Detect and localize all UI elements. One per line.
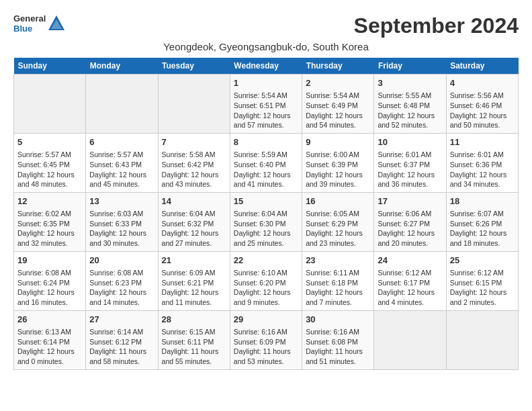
- calendar-row: 19Sunrise: 6:08 AM Sunset: 6:24 PM Dayli…: [14, 251, 519, 310]
- day-info: Sunrise: 6:01 AM Sunset: 6:36 PM Dayligh…: [450, 150, 515, 189]
- day-info: Sunrise: 5:56 AM Sunset: 6:46 PM Dayligh…: [450, 91, 515, 130]
- day-info: Sunrise: 5:57 AM Sunset: 6:43 PM Dayligh…: [89, 150, 154, 189]
- calendar-row: 5Sunrise: 5:57 AM Sunset: 6:45 PM Daylig…: [14, 133, 519, 192]
- logo-general: General: [13, 13, 46, 24]
- calendar-cell: 5Sunrise: 5:57 AM Sunset: 6:45 PM Daylig…: [14, 133, 86, 192]
- day-number: 21: [162, 255, 226, 267]
- day-number: 23: [306, 255, 370, 267]
- day-info: Sunrise: 6:05 AM Sunset: 6:29 PM Dayligh…: [306, 209, 370, 248]
- page-header: General Blue September 2024: [13, 13, 519, 38]
- day-number: 12: [17, 195, 82, 208]
- day-number: 5: [17, 136, 82, 148]
- day-info: Sunrise: 6:04 AM Sunset: 6:32 PM Dayligh…: [162, 209, 226, 248]
- day-number: 8: [234, 136, 298, 148]
- day-number: 6: [89, 136, 154, 148]
- calendar-cell: 16Sunrise: 6:05 AM Sunset: 6:29 PM Dayli…: [302, 192, 374, 251]
- calendar-cell: 20Sunrise: 6:08 AM Sunset: 6:23 PM Dayli…: [86, 251, 158, 310]
- weekday-header-saturday: Saturday: [446, 58, 518, 75]
- calendar-cell: 11Sunrise: 6:01 AM Sunset: 6:36 PM Dayli…: [446, 133, 518, 192]
- month-title: September 2024: [354, 13, 519, 38]
- day-info: Sunrise: 6:03 AM Sunset: 6:33 PM Dayligh…: [89, 209, 154, 248]
- day-info: Sunrise: 6:14 AM Sunset: 6:12 PM Dayligh…: [89, 327, 154, 367]
- weekday-header-friday: Friday: [374, 58, 446, 75]
- day-info: Sunrise: 6:08 AM Sunset: 6:24 PM Dayligh…: [17, 268, 82, 308]
- logo-blue: Blue: [13, 24, 32, 34]
- weekday-header-monday: Monday: [86, 58, 158, 75]
- weekday-header-tuesday: Tuesday: [158, 58, 230, 75]
- day-info: Sunrise: 5:59 AM Sunset: 6:40 PM Dayligh…: [234, 150, 298, 189]
- day-number: 13: [89, 195, 154, 208]
- calendar-cell: 30Sunrise: 6:16 AM Sunset: 6:08 PM Dayli…: [302, 310, 374, 369]
- day-info: Sunrise: 5:54 AM Sunset: 6:49 PM Dayligh…: [306, 91, 370, 130]
- calendar-cell: 12Sunrise: 6:02 AM Sunset: 6:35 PM Dayli…: [14, 192, 86, 251]
- weekday-header-sunday: Sunday: [14, 58, 86, 75]
- day-info: Sunrise: 6:09 AM Sunset: 6:21 PM Dayligh…: [162, 268, 226, 308]
- day-info: Sunrise: 6:11 AM Sunset: 6:18 PM Dayligh…: [306, 268, 370, 308]
- calendar-cell: 28Sunrise: 6:15 AM Sunset: 6:11 PM Dayli…: [158, 310, 230, 369]
- day-info: Sunrise: 6:01 AM Sunset: 6:37 PM Dayligh…: [378, 150, 442, 189]
- calendar-cell: 2Sunrise: 5:54 AM Sunset: 6:49 PM Daylig…: [302, 75, 374, 134]
- calendar-row: 12Sunrise: 6:02 AM Sunset: 6:35 PM Dayli…: [14, 192, 519, 251]
- day-info: Sunrise: 6:10 AM Sunset: 6:20 PM Dayligh…: [234, 268, 298, 308]
- day-number: 16: [306, 195, 370, 208]
- calendar-cell: [14, 75, 86, 134]
- day-info: Sunrise: 5:58 AM Sunset: 6:42 PM Dayligh…: [162, 150, 226, 189]
- day-number: 14: [162, 195, 226, 208]
- day-number: 11: [450, 136, 515, 148]
- calendar-cell: 15Sunrise: 6:04 AM Sunset: 6:30 PM Dayli…: [230, 192, 302, 251]
- calendar-cell: [446, 310, 518, 369]
- day-info: Sunrise: 6:12 AM Sunset: 6:17 PM Dayligh…: [378, 268, 442, 308]
- day-info: Sunrise: 6:16 AM Sunset: 6:09 PM Dayligh…: [234, 327, 298, 367]
- day-number: 24: [378, 255, 442, 267]
- day-info: Sunrise: 6:16 AM Sunset: 6:08 PM Dayligh…: [306, 327, 370, 367]
- calendar-table: SundayMondayTuesdayWednesdayThursdayFrid…: [13, 58, 519, 370]
- day-number: 15: [234, 195, 298, 208]
- calendar-cell: 22Sunrise: 6:10 AM Sunset: 6:20 PM Dayli…: [230, 251, 302, 310]
- day-number: 9: [306, 136, 370, 148]
- calendar-cell: 8Sunrise: 5:59 AM Sunset: 6:40 PM Daylig…: [230, 133, 302, 192]
- weekday-header-row: SundayMondayTuesdayWednesdayThursdayFrid…: [14, 58, 519, 75]
- day-number: 28: [162, 314, 226, 326]
- calendar-row: 26Sunrise: 6:13 AM Sunset: 6:14 PM Dayli…: [14, 310, 519, 369]
- calendar-cell: 21Sunrise: 6:09 AM Sunset: 6:21 PM Dayli…: [158, 251, 230, 310]
- day-number: 29: [234, 314, 298, 326]
- logo-icon: [47, 14, 66, 33]
- calendar-cell: 14Sunrise: 6:04 AM Sunset: 6:32 PM Dayli…: [158, 192, 230, 251]
- logo: General Blue: [13, 13, 66, 34]
- day-number: 30: [306, 314, 370, 326]
- day-info: Sunrise: 5:55 AM Sunset: 6:48 PM Dayligh…: [378, 91, 442, 130]
- calendar-cell: 27Sunrise: 6:14 AM Sunset: 6:12 PM Dayli…: [86, 310, 158, 369]
- location: Yeongdeok, Gyeongsangbuk-do, South Korea: [13, 41, 519, 52]
- calendar-cell: 10Sunrise: 6:01 AM Sunset: 6:37 PM Dayli…: [374, 133, 446, 192]
- weekday-header-thursday: Thursday: [302, 58, 374, 75]
- calendar-cell: 24Sunrise: 6:12 AM Sunset: 6:17 PM Dayli…: [374, 251, 446, 310]
- calendar-cell: 26Sunrise: 6:13 AM Sunset: 6:14 PM Dayli…: [14, 310, 86, 369]
- calendar-cell: 19Sunrise: 6:08 AM Sunset: 6:24 PM Dayli…: [14, 251, 86, 310]
- day-info: Sunrise: 6:00 AM Sunset: 6:39 PM Dayligh…: [306, 150, 370, 189]
- calendar-cell: 6Sunrise: 5:57 AM Sunset: 6:43 PM Daylig…: [86, 133, 158, 192]
- day-info: Sunrise: 6:08 AM Sunset: 6:23 PM Dayligh…: [89, 268, 154, 308]
- day-number: 22: [234, 255, 298, 267]
- day-number: 19: [17, 255, 82, 267]
- day-number: 25: [450, 255, 515, 267]
- day-number: 26: [17, 314, 82, 326]
- day-number: 18: [450, 195, 515, 208]
- weekday-header-wednesday: Wednesday: [230, 58, 302, 75]
- day-number: 17: [378, 195, 442, 208]
- calendar-cell: [158, 75, 230, 134]
- day-info: Sunrise: 6:13 AM Sunset: 6:14 PM Dayligh…: [17, 327, 82, 367]
- calendar-cell: 1Sunrise: 5:54 AM Sunset: 6:51 PM Daylig…: [230, 75, 302, 134]
- calendar-cell: 17Sunrise: 6:06 AM Sunset: 6:27 PM Dayli…: [374, 192, 446, 251]
- day-number: 2: [306, 77, 370, 89]
- calendar-cell: 13Sunrise: 6:03 AM Sunset: 6:33 PM Dayli…: [86, 192, 158, 251]
- day-number: 27: [89, 314, 154, 326]
- calendar-cell: 25Sunrise: 6:12 AM Sunset: 6:15 PM Dayli…: [446, 251, 518, 310]
- day-info: Sunrise: 5:54 AM Sunset: 6:51 PM Dayligh…: [234, 91, 298, 130]
- day-info: Sunrise: 6:02 AM Sunset: 6:35 PM Dayligh…: [17, 209, 82, 248]
- day-info: Sunrise: 6:04 AM Sunset: 6:30 PM Dayligh…: [234, 209, 298, 248]
- calendar-cell: [86, 75, 158, 134]
- logo-text: General Blue: [13, 13, 46, 34]
- calendar-cell: [374, 310, 446, 369]
- day-number: 20: [89, 255, 154, 267]
- day-info: Sunrise: 6:15 AM Sunset: 6:11 PM Dayligh…: [162, 327, 226, 367]
